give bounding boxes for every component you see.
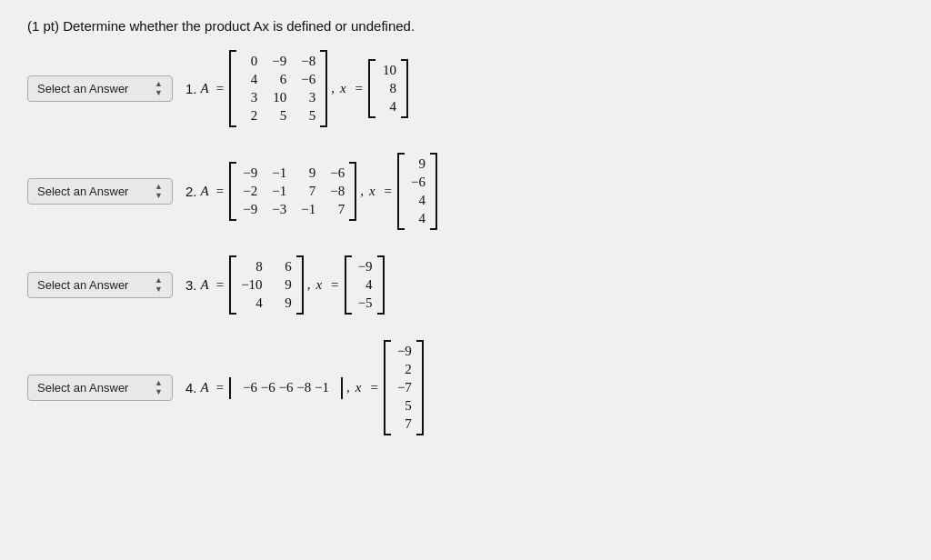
comma-1: ,	[331, 81, 335, 96]
math-expr-1: 1.A=0−9−846−63103255,x=1084	[185, 50, 408, 127]
matrix-a-label-2: A	[201, 184, 209, 199]
math-expr-4: 4.A=−6 −6 −6 −8 −1,x=−92−757	[185, 340, 424, 435]
question-block-4: Select an Answer▲▼4.A=−6 −6 −6 −8 −1,x=−…	[27, 340, 904, 435]
matrix-a-label-1: A	[201, 81, 209, 96]
select-answer-3[interactable]: Select an Answer▲▼	[27, 272, 173, 299]
eq-sign-a-3: =	[216, 277, 224, 293]
matrix-x-4: −92−757	[384, 340, 424, 435]
question-block-3: Select an Answer▲▼3.A=86−10949,x=−94−5	[27, 255, 904, 315]
eq-sign-a-4: =	[216, 380, 224, 395]
matrix-a-label-3: A	[201, 277, 209, 293]
question-number-3: 3.	[185, 277, 197, 293]
matrix-a-1: 0−9−846−63103255	[229, 50, 327, 127]
problem-title: (1 pt) Determine whether the product Ax …	[27, 18, 904, 34]
select-answer-4[interactable]: Select an Answer▲▼	[27, 375, 173, 402]
x-label-3: x	[315, 277, 322, 293]
eq-sign-a-1: =	[216, 81, 224, 96]
matrix-a-2: −9−19−6−2−17−8−9−3−17	[229, 162, 356, 221]
eq-sign-x-4: =	[370, 380, 377, 395]
select-answer-1[interactable]: Select an Answer▲▼	[27, 75, 173, 103]
question-number-4: 4.	[185, 380, 197, 395]
x-label-4: x	[355, 380, 362, 395]
question-number-2: 2.	[185, 184, 197, 199]
matrix-x-1: 1084	[368, 59, 408, 118]
eq-sign-x-1: =	[355, 81, 363, 96]
math-expr-3: 3.A=86−10949,x=−94−5	[185, 255, 385, 315]
row-vector-4: −6 −6 −6 −8 −1	[239, 380, 333, 395]
question-block-2: Select an Answer▲▼2.A=−9−19−6−2−17−8−9−3…	[27, 153, 904, 230]
eq-sign-x-3: =	[331, 277, 338, 293]
question-block-1: Select an Answer▲▼1.A=0−9−846−63103255,x…	[27, 50, 904, 127]
matrix-a-3: 86−10949	[229, 255, 303, 315]
eq-sign-x-2: =	[385, 184, 392, 199]
x-label-1: x	[340, 81, 346, 96]
matrix-a-label-4: A	[201, 380, 209, 395]
matrix-x-2: 9−644	[397, 153, 437, 230]
math-expr-2: 2.A=−9−19−6−2−17−8−9−3−17,x=9−644	[185, 153, 437, 230]
select-answer-2[interactable]: Select an Answer▲▼	[27, 178, 173, 205]
x-label-2: x	[369, 184, 375, 199]
eq-sign-a-2: =	[216, 184, 224, 199]
comma-2: ,	[360, 184, 364, 199]
comma-3: ,	[307, 277, 311, 293]
comma-4: ,	[346, 380, 350, 395]
matrix-x-3: −94−5	[345, 255, 385, 315]
question-number-1: 1.	[185, 81, 197, 96]
